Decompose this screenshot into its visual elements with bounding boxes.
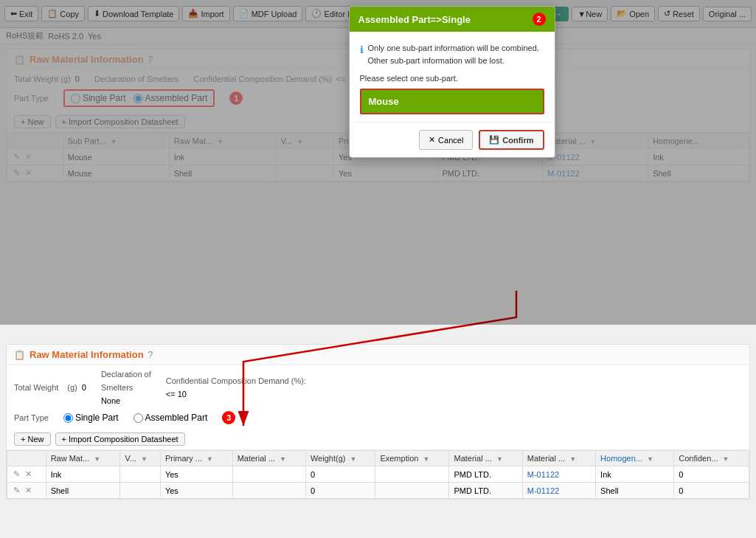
bottom-table-row: ✎ ✕ Ink Yes 0 PMD LTD. M-01122 Ink 0 bbox=[7, 466, 749, 483]
modal-footer: ✕ Cancel 💾 Confirm bbox=[350, 122, 555, 157]
bottom-declaration-field: Declaration of Smelters None bbox=[101, 370, 151, 405]
bottom-row-edit-icon[interactable]: ✎ bbox=[13, 486, 20, 494]
assembled-to-single-modal: Assembled Part=>Single 2 ℹ Only one sub-… bbox=[349, 6, 555, 158]
bottom-import-button[interactable]: + Import Composition Datasheet bbox=[55, 432, 185, 446]
info-icon: ℹ bbox=[360, 43, 364, 58]
bottom-section-header: 📋 Raw Material Information ? bbox=[7, 345, 749, 365]
bcol-homogen: Homogen... ▼ bbox=[596, 451, 674, 466]
bottom-raw-material-section: 📋 Raw Material Information ? Total Weigh… bbox=[6, 344, 750, 500]
bottom-row-delete-icon[interactable]: ✕ bbox=[25, 469, 32, 478]
bcol-mat2: Material ... ▼ bbox=[449, 451, 522, 466]
modal-select-mouse[interactable]: Mouse bbox=[360, 89, 544, 114]
confirm-disk-icon: 💾 bbox=[489, 135, 499, 145]
bottom-table-toolbar: + New + Import Composition Datasheet bbox=[7, 429, 749, 450]
bcol-primary: Primary ... ▼ bbox=[160, 451, 232, 466]
bottom-assembled-radio[interactable]: Assembled Part bbox=[133, 413, 208, 423]
modal-confirm-button[interactable]: 💾 Confirm bbox=[479, 130, 544, 150]
bottom-table-container: Raw Mat... ▼ V... ▼ Primary ... ▼ Materi… bbox=[7, 450, 749, 499]
modal-title: Assembled Part=>Single bbox=[358, 14, 471, 25]
modal-cancel-button[interactable]: ✕ Cancel bbox=[419, 130, 473, 150]
bottom-single-radio[interactable]: Single Part bbox=[63, 413, 119, 423]
bcol-mat1: Material ... ▼ bbox=[232, 451, 305, 466]
modal-info: ℹ Only one sub-part information will be … bbox=[360, 42, 544, 66]
modal-badge: 2 bbox=[533, 13, 546, 26]
bottom-assembled-input[interactable] bbox=[133, 413, 143, 423]
bottom-row-edit-icon[interactable]: ✎ bbox=[13, 469, 20, 478]
bcol-exemption: Exemption ▼ bbox=[375, 451, 449, 466]
bottom-row-delete-icon[interactable]: ✕ bbox=[25, 486, 32, 494]
bottom-help-icon[interactable]: ? bbox=[148, 350, 153, 360]
bottom-total-weight-field: Total Weight (g) 0 bbox=[14, 382, 86, 393]
bottom-section: 📋 Raw Material Information ? Total Weigh… bbox=[0, 339, 756, 538]
bottom-confidential-field: Confidential Composition Demand (%): <= … bbox=[166, 376, 306, 399]
bottom-section-icon: 📋 bbox=[14, 350, 25, 360]
bcol-mat3: Material ... ▼ bbox=[522, 451, 595, 466]
bottom-mat3-link[interactable]: M-01122 bbox=[527, 486, 559, 495]
modal-header: Assembled Part=>Single 2 bbox=[350, 7, 555, 32]
bottom-new-button[interactable]: + New bbox=[14, 432, 51, 446]
bottom-row-actions: ✎ ✕ bbox=[7, 483, 46, 499]
bottom-mat3-link[interactable]: M-01122 bbox=[527, 470, 559, 479]
modal-select-label: Please select one sub-part. bbox=[360, 74, 544, 83]
bottom-row-actions: ✎ ✕ bbox=[7, 466, 46, 483]
bottom-form-row1: Total Weight (g) 0 Declaration of Smelte… bbox=[7, 365, 749, 410]
bcol-actions bbox=[7, 451, 46, 466]
cancel-x-icon: ✕ bbox=[429, 135, 435, 145]
modal-overlay: Assembled Part=>Single 2 ℹ Only one sub-… bbox=[0, 0, 756, 325]
bcol-confiden: Confiden... ▼ bbox=[674, 451, 749, 466]
bcol-rawmat: Raw Mat... ▼ bbox=[46, 451, 120, 466]
bottom-table-row: ✎ ✕ Shell Yes 0 PMD LTD. M-01122 Shell 0 bbox=[7, 483, 749, 499]
bcol-v: V... ▼ bbox=[120, 451, 160, 466]
bottom-part-type-row: Part Type Single Part Assembled Part 3 bbox=[7, 410, 749, 429]
bottom-data-table: Raw Mat... ▼ V... ▼ Primary ... ▼ Materi… bbox=[7, 450, 749, 499]
badge-3: 3 bbox=[222, 411, 235, 424]
modal-info-text: Only one sub-part information will be co… bbox=[368, 42, 544, 66]
bottom-section-title: Raw Material Information bbox=[30, 349, 144, 360]
bottom-single-input[interactable] bbox=[63, 413, 73, 423]
modal-body: ℹ Only one sub-part information will be … bbox=[350, 32, 555, 122]
bcol-weight: Weight(g) ▼ bbox=[305, 451, 375, 466]
